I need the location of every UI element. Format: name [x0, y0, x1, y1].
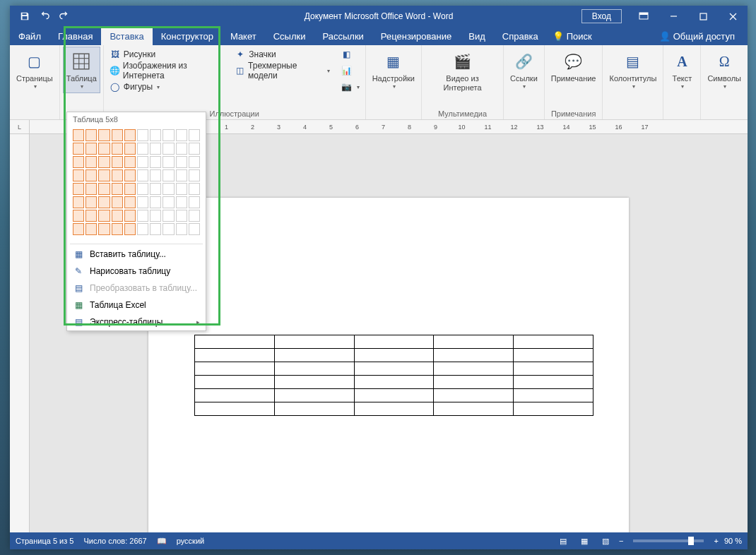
grid-picker-cell[interactable] — [124, 196, 136, 208]
grid-picker-cell[interactable] — [85, 196, 97, 208]
print-layout-button[interactable]: ▦ — [577, 534, 592, 548]
tab-review[interactable]: Рецензирование — [372, 27, 460, 45]
grid-picker-cell[interactable] — [124, 129, 136, 141]
grid-picker-cell[interactable] — [112, 129, 123, 141]
grid-picker-cell[interactable] — [73, 156, 84, 168]
links-button[interactable]: 🔗 Ссылки ▾ — [507, 47, 541, 93]
tab-design[interactable]: Конструктор — [153, 27, 222, 45]
3d-models-button[interactable]: ◫Трехмерные модели▾ — [232, 63, 332, 78]
grid-picker-cell[interactable] — [137, 223, 148, 235]
zoom-slider[interactable] — [633, 539, 704, 542]
grid-picker-cell[interactable] — [137, 196, 148, 208]
grid-picker-cell[interactable] — [112, 210, 123, 222]
zoom-out-button[interactable]: − — [619, 537, 623, 545]
grid-picker-cell[interactable] — [163, 143, 174, 155]
insert-table-item[interactable]: ▦Вставить таблицу... — [67, 246, 206, 263]
grid-picker-cell[interactable] — [124, 156, 136, 168]
word-count[interactable]: Число слов: 2667 — [83, 537, 146, 545]
grid-picker-cell[interactable] — [124, 143, 136, 155]
grid-picker-cell[interactable] — [150, 143, 161, 155]
save-button[interactable] — [17, 8, 33, 24]
grid-picker-cell[interactable] — [98, 196, 110, 208]
tab-view[interactable]: Вид — [460, 27, 494, 45]
close-button[interactable] — [718, 6, 748, 27]
grid-picker-cell[interactable] — [150, 169, 161, 181]
grid-picker-cell[interactable] — [163, 156, 174, 168]
grid-picker-cell[interactable] — [98, 156, 110, 168]
pictures-button[interactable]: 🖼Рисунки — [107, 47, 226, 62]
grid-picker-cell[interactable] — [73, 169, 84, 181]
grid-picker-cell[interactable] — [163, 210, 174, 222]
web-layout-button[interactable]: ▧ — [598, 534, 613, 548]
grid-picker-cell[interactable] — [98, 169, 110, 181]
undo-button[interactable] — [37, 8, 52, 24]
grid-picker-cell[interactable] — [112, 143, 123, 155]
grid-picker-cell[interactable] — [163, 196, 174, 208]
tab-mailings[interactable]: Рассылки — [314, 27, 372, 45]
grid-picker-cell[interactable] — [176, 210, 187, 222]
grid-picker-cell[interactable] — [150, 196, 161, 208]
grid-picker-cell[interactable] — [85, 143, 97, 155]
shapes-button[interactable]: ◯Фигуры▾ — [107, 79, 226, 95]
zoom-level[interactable]: 90 % — [724, 537, 742, 545]
grid-picker-cell[interactable] — [150, 156, 161, 168]
grid-picker-cell[interactable] — [85, 223, 97, 235]
redo-button[interactable] — [57, 8, 72, 24]
grid-picker-cell[interactable] — [85, 183, 97, 195]
grid-picker-cell[interactable] — [137, 156, 148, 168]
symbols-button[interactable]: Ω Символы ▾ — [704, 47, 745, 93]
text-button[interactable]: A Текст ▾ — [666, 47, 697, 93]
grid-picker-cell[interactable] — [98, 223, 110, 235]
language-status[interactable]: русский — [177, 537, 204, 545]
grid-picker-cell[interactable] — [85, 169, 97, 181]
maximize-button[interactable] — [688, 6, 718, 27]
grid-picker-cell[interactable] — [163, 169, 174, 181]
grid-picker-cell[interactable] — [112, 196, 123, 208]
online-video-button[interactable]: 🎬 Видео из Интернета — [425, 47, 500, 96]
grid-picker-cell[interactable] — [150, 210, 161, 222]
zoom-thumb[interactable] — [688, 537, 694, 545]
grid-picker-cell[interactable] — [112, 156, 123, 168]
spellcheck-button[interactable]: 📖 — [157, 537, 167, 546]
ribbon-options-button[interactable] — [629, 6, 658, 27]
screenshot-button[interactable]: 📷▾ — [338, 79, 362, 95]
grid-picker-cell[interactable] — [124, 210, 136, 222]
grid-picker-cell[interactable] — [189, 143, 200, 155]
vertical-ruler[interactable] — [10, 134, 30, 532]
zoom-in-button[interactable]: + — [714, 537, 718, 545]
smartart-button[interactable]: ◧ — [338, 47, 362, 62]
grid-picker-cell[interactable] — [98, 210, 110, 222]
tab-layout[interactable]: Макет — [222, 27, 265, 45]
grid-picker-cell[interactable] — [73, 183, 84, 195]
grid-picker-cell[interactable] — [137, 183, 148, 195]
grid-picker-cell[interactable] — [163, 183, 174, 195]
grid-picker-cell[interactable] — [124, 169, 136, 181]
quick-tables-item[interactable]: ▤Экспресс-таблицы▸ — [67, 314, 206, 330]
grid-picker-cell[interactable] — [176, 196, 187, 208]
grid-picker-cell[interactable] — [150, 129, 161, 141]
grid-picker-cell[interactable] — [150, 183, 161, 195]
grid-picker-cell[interactable] — [73, 143, 84, 155]
grid-picker-cell[interactable] — [124, 223, 136, 235]
grid-picker-cell[interactable] — [176, 129, 187, 141]
grid-picker-cell[interactable] — [85, 129, 97, 141]
grid-picker-cell[interactable] — [137, 143, 148, 155]
tab-file[interactable]: Файл — [10, 27, 49, 45]
comment-button[interactable]: 💬 Примечание — [548, 47, 600, 87]
grid-picker-cell[interactable] — [85, 210, 97, 222]
grid-picker-cell[interactable] — [176, 169, 187, 181]
tab-home[interactable]: Главная — [49, 27, 101, 45]
grid-picker-cell[interactable] — [176, 143, 187, 155]
grid-picker-cell[interactable] — [98, 183, 110, 195]
grid-picker-cell[interactable] — [189, 156, 200, 168]
grid-picker-cell[interactable] — [112, 169, 123, 181]
pages-button[interactable]: ▢ Страницы ▾ — [13, 47, 57, 93]
table-button[interactable]: Таблица ▾ — [63, 47, 100, 93]
grid-picker-cell[interactable] — [112, 223, 123, 235]
tab-references[interactable]: Ссылки — [265, 27, 314, 45]
document-page[interactable] — [148, 198, 629, 532]
grid-picker-cell[interactable] — [176, 223, 187, 235]
tab-insert[interactable]: Вставка — [101, 27, 152, 45]
grid-picker-cell[interactable] — [137, 169, 148, 181]
grid-picker-cell[interactable] — [176, 156, 187, 168]
